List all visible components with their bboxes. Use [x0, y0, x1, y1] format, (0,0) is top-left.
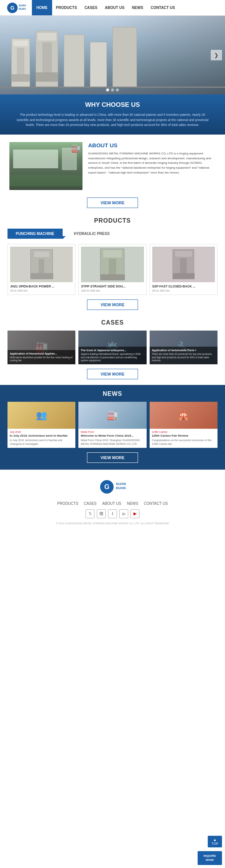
case-card-3[interactable]: 🔧 Application of Automobile Parts I Ther… — [150, 331, 218, 364]
news-text-3: Congratulations on the successful conclu… — [152, 438, 215, 446]
news-title: NEWS — [8, 391, 218, 397]
svg-text:G: G — [10, 5, 14, 11]
footer-nav-contact[interactable]: CONTACT US — [144, 501, 168, 506]
news-date-3: 125th Canton — [152, 431, 215, 433]
footer-nav-products[interactable]: PRODUCTS — [57, 501, 78, 506]
footer-logo[interactable]: G GUANG DUAN — [99, 477, 126, 498]
product-name-3: SSP FAST CLOSED-BACK ... — [152, 284, 215, 288]
footer-nav-cases[interactable]: CASES — [84, 501, 97, 506]
news-text-2: Metal Form China 2019: Shanghan GUANGDON… — [81, 438, 144, 446]
case-card-2[interactable]: ⚙️ The trust of Japanese enterprise... J… — [78, 331, 146, 364]
svg-text:GUANG: GUANG — [116, 482, 126, 486]
product-card-3[interactable]: SSP FAST CLOSED-BACK ... 25 to 200 ton — [150, 244, 218, 295]
case-card-1[interactable]: 🏭 Application of Household Applian... Mu… — [8, 331, 75, 364]
hero-dots — [106, 88, 119, 91]
products-title: PRODUCTS — [8, 217, 218, 224]
tab-punching-machine[interactable]: PUNCHING MACHINE — [8, 229, 63, 239]
news-card-1[interactable]: 👥 July 2019 In July 2019, technicians we… — [8, 402, 75, 448]
nav-contact[interactable]: CONTACT US — [147, 0, 179, 15]
logo-area[interactable]: G GUANG DUAN — [0, 1, 32, 15]
news-date-1: July 2019 — [10, 431, 73, 433]
about-view-more-button[interactable]: VIEW MORE — [87, 198, 138, 208]
why-title: WHY CHOOSE US — [13, 101, 212, 109]
hero-next-arrow[interactable]: ❯ — [211, 50, 222, 60]
product-image-3 — [152, 247, 215, 282]
product-image-2 — [81, 247, 144, 282]
hero-dot-3[interactable] — [116, 88, 119, 91]
hero-image — [0, 16, 225, 94]
products-section: PRODUCTS PUNCHING MACHINE HYDRAULIC PRES… — [0, 214, 225, 316]
footer-nav-about[interactable]: ABOUT US — [102, 501, 122, 506]
footer-nav: PRODUCTS CASES ABOUT US NEWS CONTACT US — [57, 501, 168, 506]
products-grid: JH21 OPEN-BACK POWER ... 25 to 300 ton S… — [8, 244, 218, 295]
logo-icon: G GUANG DUAN — [6, 1, 26, 15]
about-title: ABOUT US — [88, 142, 216, 148]
footer: G GUANG DUAN PRODUCTS CASES ABOUT US NEW… — [0, 470, 225, 528]
svg-text:GUANG: GUANG — [19, 4, 26, 7]
news-title-3: 125th Canton Fair Review — [152, 434, 215, 438]
product-name-1: JH21 OPEN-BACK POWER ... — [10, 284, 73, 288]
case-title-3: Application of Automobile Parts I — [152, 349, 215, 352]
case-desc-1: Multi-barrel aluminium powder for the fl… — [10, 356, 73, 362]
svg-text:G: G — [104, 483, 110, 491]
about-image: 🏭 — [9, 142, 82, 190]
news-image-3: 🎪 — [150, 402, 218, 429]
news-title-1: In July 2019, technicians went to NaoNai — [10, 434, 73, 438]
footer-copyright: © 2019 GUANGDONG METAL FORMING MACHINE W… — [56, 522, 169, 525]
news-grid: 👥 July 2019 In July 2019, technicians we… — [8, 402, 218, 448]
product-image-1 — [10, 247, 73, 282]
news-card-2[interactable]: 🏭 Metal Form Welcome to Metal Form China… — [78, 402, 146, 448]
product-spec-3: 25 to 200 ton — [152, 289, 215, 292]
nav-cases[interactable]: CASES — [81, 0, 101, 15]
about-view-more-container: VIEW MORE — [0, 198, 225, 208]
news-date-2: Metal Form — [81, 431, 144, 433]
products-view-more-button[interactable]: VIEW MORE — [87, 299, 138, 310]
why-choose-us-section: WHY CHOOSE US The product technology lev… — [0, 94, 225, 135]
nav-about[interactable]: ABOUT US — [101, 0, 128, 15]
news-view-more-button[interactable]: VIEW MORE — [87, 452, 138, 463]
nav-products[interactable]: PRODUCTS — [52, 0, 81, 15]
social-youtube-icon[interactable]: ▶ — [130, 509, 140, 518]
hero-dot-2[interactable] — [111, 88, 114, 91]
product-spec-2: 160 to 500 ton — [81, 289, 144, 292]
case-image-3: 🔧 Application of Automobile Parts I Ther… — [150, 331, 218, 364]
about-text: GUANGDONG METAL FORMING MACHINE WORKS CO… — [88, 151, 216, 175]
news-title-2: Welcome to Metal Form China 2019... — [81, 434, 144, 438]
social-linkedin-icon[interactable]: in — [119, 509, 128, 518]
about-section: 🏭 ABOUT US GUANGDONG METAL FORMING MACHI… — [0, 135, 225, 198]
news-image-1: 👥 — [8, 402, 75, 429]
product-tabs: PUNCHING MACHINE HYDRAULIC PRESS — [8, 229, 218, 239]
news-section: NEWS 👥 July 2019 In July 2019, technicia… — [0, 385, 225, 470]
footer-logo-icon: G GUANG DUAN — [99, 477, 126, 496]
svg-text:DUAN: DUAN — [19, 7, 26, 10]
case-title-1: Application of Household Applian... — [10, 352, 73, 355]
footer-nav-news[interactable]: NEWS — [127, 501, 138, 506]
cases-view-more-button[interactable]: VIEW MORE — [87, 369, 138, 379]
social-twitter-icon[interactable]: 𝕏 — [86, 509, 94, 518]
case-desc-3: There are more than 20 provinces for key… — [152, 353, 215, 362]
social-facebook-icon[interactable]: f — [108, 509, 117, 518]
why-text: The product technology level is leading … — [15, 112, 210, 128]
case-desc-2: Japan's leading international brand, spe… — [81, 353, 144, 362]
nav-home[interactable]: HOME — [32, 0, 52, 15]
cases-grid: 🏭 Application of Household Applian... Mu… — [8, 331, 218, 364]
header: G GUANG DUAN HOME PRODUCTS CASES ABOUT U… — [0, 0, 225, 16]
hero-dot-1[interactable] — [106, 88, 109, 91]
nav-news[interactable]: NEWS — [128, 0, 147, 15]
product-spec-1: 25 to 300 ton — [10, 289, 73, 292]
about-content: ABOUT US GUANGDONG METAL FORMING MACHINE… — [88, 142, 216, 175]
tab-hydraulic-press[interactable]: HYDRAULIC PRESS — [66, 229, 118, 239]
main-nav: HOME PRODUCTS CASES ABOUT US NEWS CONTAC… — [32, 0, 225, 15]
social-weibo-icon[interactable]: 微 — [97, 509, 106, 518]
svg-text:DUAN: DUAN — [116, 486, 126, 490]
news-image-2: 🏭 — [78, 402, 146, 429]
cases-title: CASES — [8, 319, 218, 326]
case-image-2: ⚙️ The trust of Japanese enterprise... J… — [78, 331, 146, 364]
product-card-1[interactable]: JH21 OPEN-BACK POWER ... 25 to 300 ton — [8, 244, 75, 295]
case-image-1: 🏭 Application of Household Applian... Mu… — [8, 331, 75, 364]
product-name-2: STPP STRAIGHT SIDE DOU... — [81, 284, 144, 288]
product-card-2[interactable]: STPP STRAIGHT SIDE DOU... 160 to 500 ton — [78, 244, 146, 295]
news-card-3[interactable]: 🎪 125th Canton 125th Canton Fair Review … — [150, 402, 218, 448]
news-text-1: In July 2019, technicians went to NaoNai… — [10, 438, 73, 446]
hero-banner: ❯ — [0, 16, 225, 94]
